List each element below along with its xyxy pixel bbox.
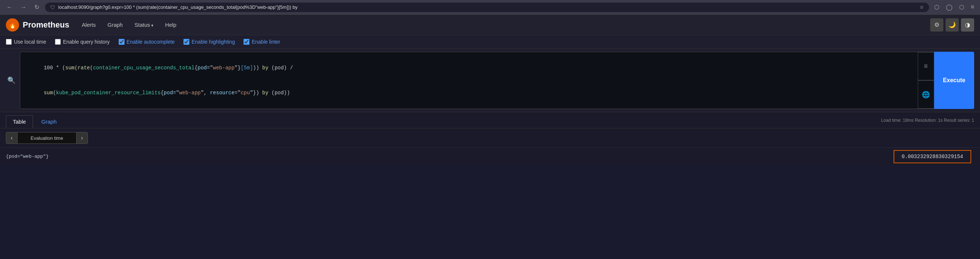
nav-help[interactable]: Help <box>160 19 181 31</box>
browser-chrome: ← → ↻ 🛡 localhost:9090/graph?g0.expr=100… <box>0 0 980 15</box>
bookmark-icon[interactable]: ⬡ <box>933 2 941 12</box>
reload-button[interactable]: ↻ <box>32 2 41 12</box>
use-local-time-label: Use local time <box>14 39 46 45</box>
result-label: {pod="web-app"} <box>0 148 885 165</box>
eval-prev-button[interactable]: ‹ <box>6 132 18 144</box>
results-tabs-bar: Table Graph Load time: 18ms Resolution: … <box>0 112 980 128</box>
header-icons: ⚙ 🌙 ◑ <box>930 18 974 32</box>
autocomplete-input[interactable] <box>119 39 124 45</box>
result-value-box: 0.003232928830329154 <box>894 150 971 163</box>
tab-table[interactable]: Table <box>6 115 33 128</box>
back-button[interactable]: ← <box>5 3 15 12</box>
extension-icon[interactable]: ⬡ <box>958 2 966 12</box>
url-text: localhost:9090/graph?g0.expr=100 * (sum(… <box>58 5 916 10</box>
evaluation-time-row: ‹ Evaluation time › <box>0 128 980 147</box>
settings-toolbar: Use local time Enable query history Enab… <box>0 35 980 49</box>
nav-status[interactable]: Status <box>129 19 159 31</box>
address-bar[interactable]: 🛡 localhost:9090/graph?g0.expr=100 * (su… <box>45 3 929 12</box>
format-query-button[interactable]: ≡ <box>918 52 934 80</box>
table-row: {pod="web-app"} 0.003232928830329154 <box>0 147 980 165</box>
app-header: 🔥 Prometheus Alerts Graph Status Help ⚙ … <box>0 15 980 35</box>
star-icon: ☆ <box>920 5 924 10</box>
autocomplete-label: Enable autocomplete <box>127 39 175 45</box>
results-area: Table Graph Load time: 18ms Resolution: … <box>0 112 980 165</box>
query-line-2: sum(kube_pod_container_resource_limits{p… <box>25 80 913 105</box>
autocomplete-checkbox[interactable]: Enable autocomplete <box>119 39 175 45</box>
browser-toolbar: ← → ↻ 🛡 localhost:9090/graph?g0.expr=100… <box>0 0 980 14</box>
logo-icon: 🔥 <box>6 18 19 32</box>
shield-icon: 🛡 <box>50 5 55 10</box>
use-local-time-checkbox[interactable]: Use local time <box>6 39 46 45</box>
query-action-buttons: ≡ 🌐 <box>918 52 934 109</box>
results-meta: Load time: 18ms Resolution: 1s Result se… <box>881 118 974 126</box>
query-history-label: Enable query history <box>63 39 110 45</box>
query-search-icon: 🔍 <box>6 52 20 109</box>
tabs-left: Table Graph <box>6 115 64 128</box>
execute-button[interactable]: Execute <box>934 52 974 109</box>
theme-moon-button[interactable]: 🌙 <box>946 18 959 32</box>
eval-label: Evaluation time <box>18 132 76 144</box>
linter-label: Enable linter <box>251 39 280 45</box>
linter-input[interactable] <box>243 39 250 45</box>
browser-actions: ⬡ ◯ ⬡ ≡ <box>933 2 975 12</box>
logo: 🔥 Prometheus <box>6 18 69 32</box>
nav-alerts[interactable]: Alerts <box>76 19 101 31</box>
menu-icon[interactable]: ≡ <box>969 2 975 12</box>
query-history-checkbox[interactable]: Enable query history <box>55 39 110 45</box>
tab-graph[interactable]: Graph <box>34 115 64 128</box>
metrics-explorer-button[interactable]: 🌐 <box>918 80 934 109</box>
forward-button[interactable]: → <box>18 3 29 12</box>
highlighting-checkbox[interactable]: Enable highlighting <box>183 39 235 45</box>
account-icon[interactable]: ◯ <box>945 2 954 12</box>
query-history-input[interactable] <box>55 39 61 45</box>
highlighting-label: Enable highlighting <box>191 39 235 45</box>
linter-checkbox[interactable]: Enable linter <box>243 39 280 45</box>
result-value-cell: 0.003232928830329154 <box>885 148 980 165</box>
gear-button[interactable]: ⚙ <box>930 18 943 32</box>
eval-next-button[interactable]: › <box>76 132 88 144</box>
query-input[interactable]: 100 * (sum(rate(container_cpu_usage_seco… <box>20 52 918 109</box>
logo-text: Prometheus <box>23 20 69 30</box>
query-line-1: 100 * (sum(rate(container_cpu_usage_seco… <box>25 56 913 80</box>
query-area: 🔍 100 * (sum(rate(container_cpu_usage_se… <box>0 49 980 112</box>
use-local-time-input[interactable] <box>6 39 12 45</box>
highlighting-input[interactable] <box>183 39 189 45</box>
nav-graph[interactable]: Graph <box>103 19 128 31</box>
nav-links: Alerts Graph Status Help <box>76 19 181 31</box>
contrast-button[interactable]: ◑ <box>961 18 974 32</box>
